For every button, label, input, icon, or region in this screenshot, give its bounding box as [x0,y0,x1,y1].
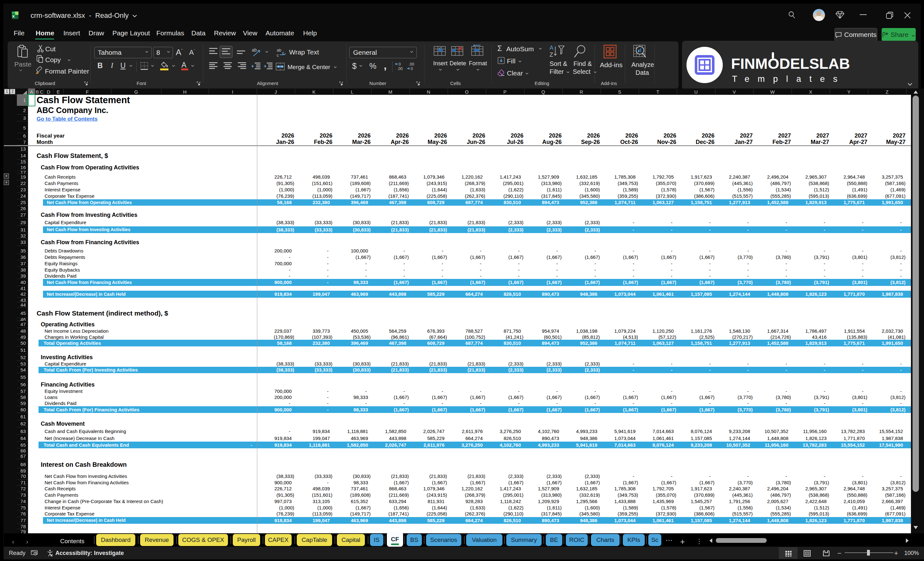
svg-text:ab: ab [277,48,281,52]
svg-text:0: 0 [411,66,413,70]
svg-text:x: x [12,14,15,18]
svg-text:ab: ab [252,48,257,52]
svg-text:A: A [549,45,554,51]
svg-text:Z: Z [549,52,553,58]
svg-text:0: 0 [399,62,401,66]
svg-text:.00: .00 [398,66,403,70]
svg-text:c: c [277,53,279,57]
svg-text:.00: .00 [409,62,414,66]
